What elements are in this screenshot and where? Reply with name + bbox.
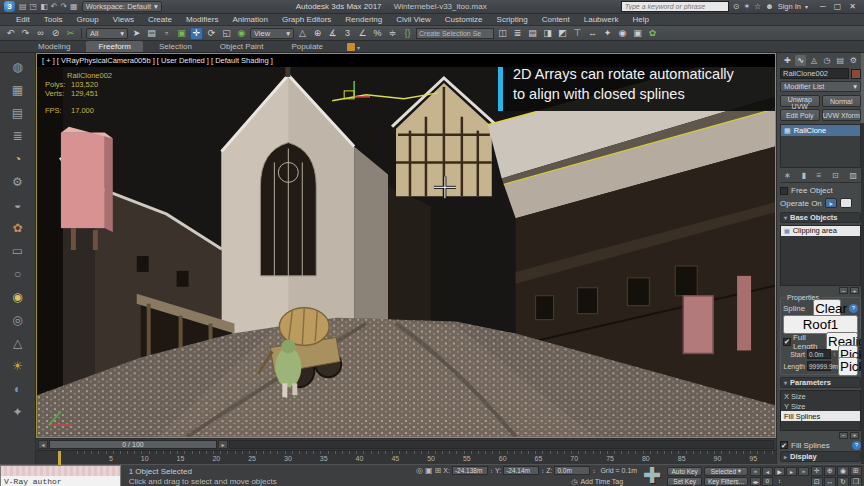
sign-in-button[interactable]: Sign In bbox=[778, 2, 801, 11]
stack-tool-icon[interactable]: ≡ bbox=[817, 171, 822, 180]
playback-icon[interactable]: ▸ bbox=[786, 467, 797, 476]
menu-item[interactable]: Create bbox=[142, 15, 178, 24]
previous-frame-icon[interactable]: ◂ bbox=[38, 440, 48, 449]
help-search-input[interactable] bbox=[621, 1, 729, 12]
toolbar-icon[interactable]: ⊤ bbox=[571, 27, 584, 40]
reference-coordinate-dropdown[interactable]: View▾ bbox=[250, 28, 294, 39]
key-mode-toggle-icon[interactable]: ◂▸ bbox=[750, 477, 761, 486]
menu-item[interactable]: Customize bbox=[439, 15, 489, 24]
z-coordinate-field[interactable]: 0.0m bbox=[554, 466, 590, 475]
toolbar-icon[interactable]: ▫ bbox=[160, 27, 173, 40]
time-slider[interactable]: ◂ 0 / 100 ▸ bbox=[36, 438, 776, 450]
stack-tool-icon[interactable]: ⊡ bbox=[832, 171, 839, 180]
toolbar-icon[interactable]: ⟳ bbox=[205, 27, 218, 40]
next-frame-icon[interactable]: ▸ bbox=[218, 440, 228, 449]
playback-icon[interactable]: ◂ bbox=[762, 467, 773, 476]
spinner-icon[interactable]: ↕ bbox=[592, 468, 595, 474]
menu-item[interactable]: Scripting bbox=[491, 15, 534, 24]
menu-item[interactable]: Group bbox=[70, 15, 104, 24]
toolbar-icon[interactable]: 3 bbox=[341, 27, 354, 40]
list-add-button[interactable]: + bbox=[850, 287, 859, 294]
toolbar-icon[interactable]: ✿ bbox=[646, 27, 659, 40]
viewport-nav-icon[interactable]: ↔ bbox=[824, 477, 836, 486]
toolbar-icon[interactable]: ↔ bbox=[586, 27, 599, 40]
menu-item[interactable]: Rendering bbox=[339, 15, 388, 24]
title-utility-icon[interactable]: ✶ bbox=[743, 2, 750, 11]
side-toolbar-icon[interactable]: ◐ bbox=[7, 378, 29, 400]
side-toolbar-icon[interactable]: ⚙ bbox=[7, 171, 29, 193]
current-frame-field[interactable]: 0 bbox=[762, 477, 773, 486]
viewport-nav-icon[interactable]: ⊡ bbox=[811, 477, 823, 486]
toolbar-icon[interactable]: ◩ bbox=[556, 27, 569, 40]
toolbar-icon[interactable]: ≑ bbox=[386, 27, 399, 40]
toolbar-icon[interactable]: ◫ bbox=[496, 27, 509, 40]
track-bar[interactable]: 5101520253035404550556065707580859095100 bbox=[36, 450, 776, 464]
menu-item[interactable]: Tools bbox=[38, 15, 69, 24]
modifier-list-dropdown[interactable]: Modifier List▾ bbox=[780, 81, 861, 92]
rollout-parameters[interactable]: ▾Parameters bbox=[780, 377, 861, 388]
side-toolbar-icon[interactable]: ✿ bbox=[7, 217, 29, 239]
menu-item[interactable]: Animation bbox=[226, 15, 274, 24]
toolbar-icon[interactable]: ◉ bbox=[616, 27, 629, 40]
parameter-item-y-size[interactable]: Y Size bbox=[781, 401, 860, 411]
object-name-field[interactable] bbox=[780, 68, 849, 79]
playback-icon[interactable]: » bbox=[798, 467, 809, 476]
base-object-item-clipping-area[interactable]: ▦Clipping area bbox=[781, 226, 860, 236]
viewport-nav-icon[interactable]: ↻ bbox=[837, 477, 849, 486]
toolbar-icon[interactable]: ✦ bbox=[601, 27, 614, 40]
menu-item[interactable]: Content bbox=[536, 15, 576, 24]
side-toolbar-icon[interactable]: ▦ bbox=[7, 79, 29, 101]
menu-item[interactable]: Graph Editors bbox=[276, 15, 337, 24]
operate-on-surface-button[interactable] bbox=[840, 198, 852, 208]
list-add-button[interactable]: + bbox=[850, 432, 859, 439]
help-icon[interactable]: ? bbox=[849, 304, 858, 313]
quick-access-icon[interactable]: ▦ bbox=[70, 2, 78, 11]
viewport-label[interactable]: [ + ] [ VRayPhysicalCamera005b ] [ User … bbox=[37, 54, 775, 67]
side-toolbar-icon[interactable]: ✦ bbox=[7, 401, 29, 423]
viewport-nav-icon[interactable]: ⊕ bbox=[824, 466, 836, 476]
playback-icon[interactable]: « bbox=[750, 467, 761, 476]
toolbar-icon[interactable]: {} bbox=[401, 27, 414, 40]
title-utility-icon[interactable]: ☻ bbox=[765, 2, 773, 11]
select-and-move-icon[interactable]: ✛ bbox=[190, 27, 203, 40]
modifier-edit-poly-button[interactable]: Edit Poly bbox=[780, 109, 820, 121]
menu-item[interactable]: Edit bbox=[10, 15, 36, 24]
quick-access-icon[interactable]: ◧ bbox=[40, 2, 48, 11]
panel-tab-icon[interactable]: ◬ bbox=[808, 55, 819, 66]
viewport-nav-icon[interactable]: ✛ bbox=[811, 466, 823, 476]
fill-splines-checkbox[interactable]: ✔ bbox=[780, 441, 788, 449]
window-control-icon[interactable]: ✕ bbox=[849, 2, 856, 11]
toolbar-icon[interactable]: ↶ bbox=[4, 27, 17, 40]
status-toggle-icon[interactable]: ▣ bbox=[425, 466, 433, 475]
spinner-icon[interactable]: ↕ bbox=[833, 363, 836, 369]
3dsmax-logo-icon[interactable]: 3 bbox=[4, 1, 15, 12]
workspace-dropdown[interactable]: Workspace: Default▾ bbox=[82, 1, 162, 12]
menu-item[interactable]: Laubwerk bbox=[578, 15, 625, 24]
side-toolbar-icon[interactable]: ◍ bbox=[7, 56, 29, 78]
spinner-icon[interactable]: ↕ bbox=[541, 468, 544, 474]
key-mode-dropdown[interactable]: Selected ▾ bbox=[704, 467, 748, 476]
quick-access-icon[interactable]: ↶ bbox=[51, 2, 58, 11]
side-toolbar-icon[interactable]: ◎ bbox=[7, 309, 29, 331]
modifier-unwrap-uvw-button[interactable]: Unwrap UVW bbox=[780, 95, 820, 107]
panel-tab-icon[interactable]: ◷ bbox=[822, 55, 833, 66]
listener-line[interactable]: V-Ray author bbox=[1, 476, 120, 486]
title-utility-icon[interactable]: ⊙ bbox=[733, 2, 740, 11]
menu-item[interactable]: Civil View bbox=[390, 15, 437, 24]
quick-access-icon[interactable]: ▤ bbox=[19, 2, 27, 11]
maxscript-mini-listener[interactable]: V-Ray author bbox=[0, 465, 121, 486]
base-objects-list[interactable]: ▦Clipping area bbox=[780, 225, 861, 286]
side-toolbar-icon[interactable]: ◒ bbox=[7, 194, 29, 216]
quick-access-icon[interactable]: ◳ bbox=[30, 2, 38, 11]
free-object-checkbox[interactable] bbox=[780, 187, 788, 195]
chevron-down-icon[interactable]: ▾ bbox=[805, 3, 808, 10]
toolbar-icon[interactable]: ≣ bbox=[511, 27, 524, 40]
side-toolbar-icon[interactable]: ◔ bbox=[7, 148, 29, 170]
toolbar-icon[interactable]: ◱ bbox=[220, 27, 233, 40]
modifier-stack[interactable]: ▦RailClone bbox=[780, 124, 861, 168]
window-control-icon[interactable]: ─ bbox=[820, 2, 826, 11]
side-toolbar-icon[interactable]: ▭ bbox=[7, 240, 29, 262]
active-viewport[interactable]: [ + ] [ VRayPhysicalCamera005b ] [ User … bbox=[36, 53, 776, 438]
spinner-icon[interactable]: ↕ bbox=[490, 468, 493, 474]
add-time-tag-button[interactable]: Add Time Tag bbox=[580, 478, 623, 485]
